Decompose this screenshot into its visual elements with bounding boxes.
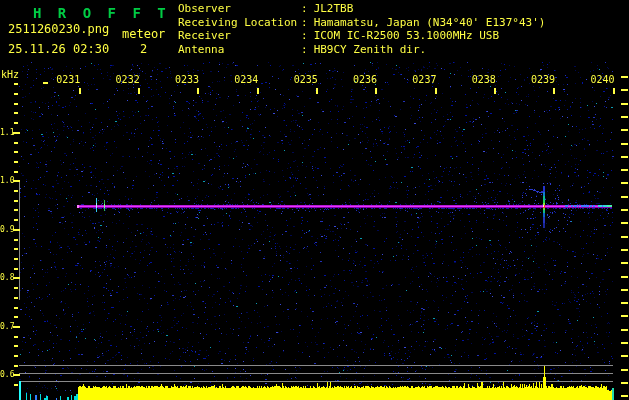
right-tick xyxy=(621,395,628,397)
minute-tick xyxy=(375,88,377,94)
freq-major-tick xyxy=(13,374,20,376)
info-label: Antenna xyxy=(178,43,301,57)
minute-tick xyxy=(257,88,259,94)
right-tick xyxy=(621,209,628,211)
freq-minor-tick xyxy=(14,248,18,250)
minute-tick xyxy=(197,88,199,94)
right-tick xyxy=(621,196,628,198)
freq-major-tick xyxy=(13,326,20,328)
top-extra-tick xyxy=(43,82,48,84)
freq-axis-unit: kHz xyxy=(1,69,19,80)
freq-major-tick xyxy=(13,180,20,182)
right-tick xyxy=(621,143,628,145)
right-tick xyxy=(621,262,628,264)
right-tick xyxy=(621,369,628,371)
freq-label: 0.9 xyxy=(0,225,13,234)
freq-minor-tick xyxy=(14,161,18,163)
freq-major-tick xyxy=(13,229,20,231)
freq-minor-tick xyxy=(14,93,18,95)
minute-tick xyxy=(553,88,555,94)
right-tick xyxy=(621,289,628,291)
info-value: JL2TBB xyxy=(314,2,354,15)
right-tick xyxy=(621,355,628,357)
freq-major-tick xyxy=(13,277,20,279)
time-label: 0231 xyxy=(46,74,90,85)
right-tick xyxy=(621,276,628,278)
info-colon: : xyxy=(301,43,308,56)
freq-minor-tick xyxy=(14,316,18,318)
freq-minor-tick xyxy=(14,307,18,309)
freq-label: 0.6 xyxy=(0,370,13,379)
right-tick xyxy=(621,182,628,184)
minute-tick xyxy=(435,88,437,94)
right-tick xyxy=(621,156,628,158)
info-row-observer: Observer:JL2TBB xyxy=(178,2,545,16)
freq-minor-tick xyxy=(14,355,18,357)
info-label: Receiving Location xyxy=(178,16,301,30)
meteor-count: 2 xyxy=(140,42,147,56)
freq-minor-tick xyxy=(14,268,18,270)
freq-label: 1.0 xyxy=(0,176,13,185)
output-filename: 2511260230.png xyxy=(8,22,109,36)
freq-minor-tick xyxy=(14,239,18,241)
minute-tick xyxy=(613,88,615,94)
right-tick xyxy=(621,89,628,91)
info-row-antenna: Antenna:HB9CY Zenith dir. xyxy=(178,43,545,57)
app-title: H R O F F T xyxy=(33,5,170,21)
freq-minor-tick xyxy=(14,287,18,289)
info-row-location: Receiving Location:Hamamatsu, Japan (N34… xyxy=(178,16,545,30)
freq-minor-tick xyxy=(14,200,18,202)
freq-label: 0.8 xyxy=(0,273,13,282)
freq-minor-tick xyxy=(14,83,18,85)
info-colon: : xyxy=(301,2,308,15)
info-value: HB9CY Zenith dir. xyxy=(314,43,427,56)
freq-minor-tick xyxy=(14,209,18,211)
right-tick xyxy=(621,382,628,384)
freq-minor-tick xyxy=(14,336,18,338)
freq-label: 0.7 xyxy=(0,322,13,331)
freq-minor-tick xyxy=(14,384,18,386)
right-tick xyxy=(621,76,628,78)
spectrogram-canvas xyxy=(0,0,629,400)
freq-minor-tick xyxy=(14,219,18,221)
right-tick xyxy=(621,103,628,105)
right-tick xyxy=(621,129,628,131)
info-colon: : xyxy=(301,29,308,42)
datetime-label: 25.11.26 02:30 xyxy=(8,42,109,56)
freq-minor-tick xyxy=(14,365,18,367)
freq-minor-tick xyxy=(14,297,18,299)
time-label: 0239 xyxy=(521,74,565,85)
right-tick xyxy=(621,236,628,238)
freq-minor-tick xyxy=(14,142,18,144)
freq-minor-tick xyxy=(14,345,18,347)
right-tick xyxy=(621,329,628,331)
freq-minor-tick xyxy=(14,151,18,153)
hrofft-window: H R O F F T 2511260230.png meteor 25.11.… xyxy=(0,0,629,400)
info-colon: : xyxy=(301,16,308,29)
info-value: ICOM IC-R2500 53.1000MHz USB xyxy=(314,29,499,42)
time-label: 0235 xyxy=(284,74,328,85)
minute-tick xyxy=(138,88,140,94)
time-label: 0240 xyxy=(580,74,624,85)
info-label: Receiver xyxy=(178,29,301,43)
time-label: 0236 xyxy=(343,74,387,85)
time-label: 0233 xyxy=(165,74,209,85)
info-label: Observer xyxy=(178,2,301,16)
freq-minor-tick xyxy=(14,190,18,192)
station-info: Observer:JL2TBB Receiving Location:Hamam… xyxy=(178,2,545,56)
minute-tick xyxy=(494,88,496,94)
mode-label: meteor xyxy=(122,27,165,41)
freq-minor-tick xyxy=(14,122,18,124)
minute-tick xyxy=(316,88,318,94)
time-label: 0238 xyxy=(462,74,506,85)
freq-minor-tick xyxy=(14,171,18,173)
info-value: Hamamatsu, Japan (N34°40' E137°43') xyxy=(314,16,546,29)
freq-minor-tick xyxy=(14,103,18,105)
right-tick xyxy=(621,302,628,304)
info-row-receiver: Receiver:ICOM IC-R2500 53.1000MHz USB xyxy=(178,29,545,43)
time-label: 0234 xyxy=(224,74,268,85)
time-label: 0232 xyxy=(106,74,150,85)
right-tick xyxy=(621,249,628,251)
freq-minor-tick xyxy=(14,112,18,114)
freq-minor-tick xyxy=(14,258,18,260)
